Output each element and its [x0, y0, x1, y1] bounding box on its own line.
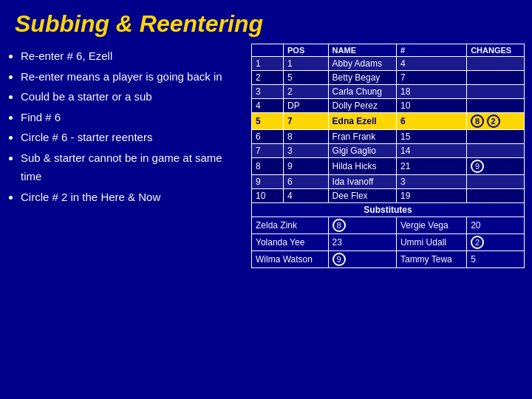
row-jersey: 19 — [396, 189, 466, 203]
row-jersey: 10 — [396, 99, 466, 113]
sub-name-2: Vergie Vega — [396, 217, 466, 234]
bullet-list: Re-enter # 6, EzellRe-enter means a play… — [7, 44, 244, 268]
row-changes — [467, 130, 525, 144]
row-name: Hilda Hicks — [328, 158, 396, 175]
row-number: 10 — [252, 189, 284, 203]
bullet-item: Could be a starter or a sub — [21, 87, 244, 106]
row-number: 8 — [252, 158, 284, 175]
table-row: 96Ida Ivanoff3 — [252, 175, 525, 189]
substitute-row: Wilma Watson9Tammy Tewa5 — [252, 251, 525, 268]
row-changes: 8 2 — [467, 113, 525, 130]
table-row: 4DPDolly Perez10 — [252, 99, 525, 113]
row-number: 9 — [252, 175, 284, 189]
row-changes: 9 — [467, 158, 525, 175]
sub-jersey-1: 8 — [328, 217, 396, 234]
table-header-row: POS NAME # CHANGES — [252, 44, 525, 57]
row-jersey: 4 — [396, 57, 466, 71]
row-name: Dolly Perez — [328, 99, 396, 113]
substitutes-label: Substitutes — [252, 203, 525, 217]
sub-jersey-2: 5 — [467, 251, 525, 268]
circled-number: 9 — [332, 253, 346, 266]
row-name: Abby Adams — [328, 57, 396, 71]
sub-jersey-1: 9 — [328, 251, 396, 268]
row-changes — [467, 189, 525, 203]
row-pos: 1 — [284, 57, 329, 71]
bullet-item: Re-enter means a player is going back in — [21, 67, 244, 86]
row-changes — [467, 85, 525, 99]
circled-number: 8 — [332, 219, 346, 232]
sub-name-2: Ummi Udall — [396, 234, 466, 251]
sub-name-1: Zelda Zink — [252, 217, 329, 234]
circled-number: 2 — [471, 236, 484, 249]
row-jersey: 15 — [396, 130, 466, 144]
row-name: Gigi Gaglio — [328, 144, 396, 158]
row-changes — [467, 71, 525, 85]
row-pos: 7 — [284, 113, 329, 130]
sub-name-2: Tammy Tewa — [396, 251, 466, 268]
bullet-item: Find # 6 — [21, 108, 244, 127]
sub-jersey-1: 23 — [328, 234, 396, 251]
row-pos: 3 — [284, 144, 329, 158]
row-name: Carla Chung — [328, 85, 396, 99]
col-jersey: # — [396, 44, 466, 57]
row-number: 4 — [252, 99, 284, 113]
row-pos: 8 — [284, 130, 329, 144]
table-row: 32Carla Chung18 — [252, 85, 525, 99]
bullet-item: Sub & starter cannot be in game at same … — [21, 149, 244, 186]
sub-name-1: Wilma Watson — [252, 251, 329, 268]
row-number: 1 — [252, 57, 284, 71]
row-jersey: 21 — [396, 158, 466, 175]
right-panel: POS NAME # CHANGES 11Abby Adams425Betty … — [251, 44, 525, 268]
table-row: 104Dee Flex19 — [252, 189, 525, 203]
table-row: 73Gigi Gaglio14 — [252, 144, 525, 158]
row-jersey: 14 — [396, 144, 466, 158]
col-changes: CHANGES — [467, 44, 525, 57]
row-number: 7 — [252, 144, 284, 158]
row-name: Dee Flex — [328, 189, 396, 203]
col-pos: POS — [284, 44, 329, 57]
sub-name-1: Yolanda Yee — [252, 234, 329, 251]
table-row: 25Betty Begay7 — [252, 71, 525, 85]
substitute-row: Yolanda Yee23Ummi Udall2 — [252, 234, 525, 251]
row-name: Ida Ivanoff — [328, 175, 396, 189]
bullet-item: Circle # 2 in the Here & Now — [21, 188, 244, 207]
col-num — [252, 44, 284, 57]
row-name: Edna Ezell — [328, 113, 396, 130]
table-row: 11Abby Adams4 — [252, 57, 525, 71]
row-pos: 4 — [284, 189, 329, 203]
row-pos: 9 — [284, 158, 329, 175]
circled-number: 8 — [471, 115, 484, 128]
row-number: 6 — [252, 130, 284, 144]
bullet-item: Circle # 6 - starter reenters — [21, 128, 244, 147]
row-jersey: 3 — [396, 175, 466, 189]
row-pos: 6 — [284, 175, 329, 189]
table-row: 68Fran Frank15 — [252, 130, 525, 144]
bullet-item: Re-enter # 6, Ezell — [21, 47, 244, 66]
row-pos: DP — [284, 99, 329, 113]
row-pos: 2 — [284, 85, 329, 99]
circled-number: 9 — [471, 160, 484, 173]
sub-jersey-2: 20 — [467, 217, 525, 234]
col-name: NAME — [328, 44, 396, 57]
table-row: 89Hilda Hicks219 — [252, 158, 525, 175]
roster-table: POS NAME # CHANGES 11Abby Adams425Betty … — [251, 44, 525, 268]
row-name: Betty Begay — [328, 71, 396, 85]
row-pos: 5 — [284, 71, 329, 85]
row-name: Fran Frank — [328, 130, 396, 144]
row-changes — [467, 99, 525, 113]
row-jersey: 7 — [396, 71, 466, 85]
substitute-row: Zelda Zink8Vergie Vega20 — [252, 217, 525, 234]
table-row: 57Edna Ezell68 2 — [252, 113, 525, 130]
row-jersey: 6 — [396, 113, 466, 130]
row-number: 3 — [252, 85, 284, 99]
row-changes — [467, 57, 525, 71]
page-title: Subbing & Reentering — [0, 0, 532, 44]
row-changes — [467, 175, 525, 189]
circled-number: 2 — [487, 115, 500, 128]
substitutes-header: Substitutes — [252, 203, 525, 217]
row-number: 5 — [252, 113, 284, 130]
row-number: 2 — [252, 71, 284, 85]
row-jersey: 18 — [396, 85, 466, 99]
sub-jersey-2: 2 — [467, 234, 525, 251]
row-changes — [467, 144, 525, 158]
